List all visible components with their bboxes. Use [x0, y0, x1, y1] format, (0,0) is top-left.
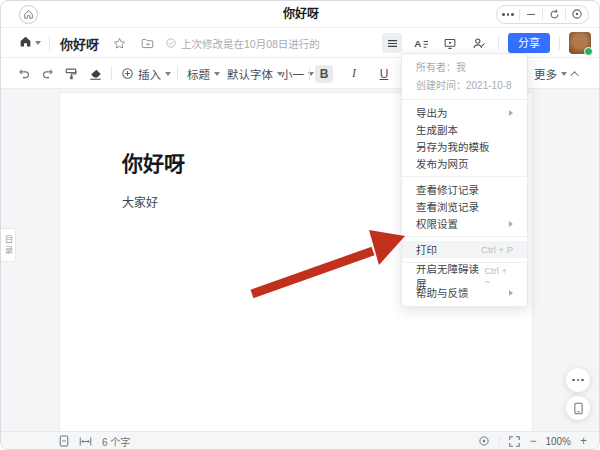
- menu-item-help-feedback[interactable]: 帮助与反馈: [402, 284, 527, 301]
- phone-icon: [573, 402, 584, 415]
- undo-button[interactable]: [17, 58, 31, 89]
- zoom-level[interactable]: 100%: [545, 436, 571, 447]
- avatar[interactable]: [569, 32, 591, 54]
- menu-item-make-copy[interactable]: 生成副本: [402, 121, 527, 138]
- underline-label: U: [375, 65, 393, 83]
- menu-item-label: 发布为网页: [416, 156, 469, 171]
- folder-move-icon: [141, 37, 154, 50]
- menu-item-view-history[interactable]: 查看浏览记录: [402, 198, 527, 215]
- home-solid-icon: [19, 34, 32, 52]
- font-label: 默认字体: [227, 66, 273, 82]
- floating-more-button[interactable]: [566, 368, 590, 392]
- locate-button[interactable]: [478, 435, 490, 447]
- menu-item-label: 查看浏览记录: [416, 199, 479, 214]
- menu-item-print[interactable]: 打印 Ctrl + P: [402, 241, 527, 258]
- menu-item-save-as-template[interactable]: 另存为我的模板: [402, 138, 527, 155]
- submenu-arrow-icon: [509, 221, 513, 227]
- fullscreen-button[interactable]: [509, 436, 520, 447]
- menu-divider: [402, 99, 527, 100]
- divider: [499, 436, 500, 446]
- zoom-out-button[interactable]: −: [529, 434, 536, 448]
- menu-item-revision-history[interactable]: 查看修订记录: [402, 181, 527, 198]
- clear-format-button[interactable]: [88, 58, 103, 89]
- titlebar: 你好呀: [1, 1, 600, 28]
- submenu-arrow-icon: [509, 290, 513, 296]
- heading-label: 标题: [187, 66, 210, 82]
- insert-button[interactable]: 插入: [121, 58, 171, 89]
- window-minimize-button[interactable]: [520, 5, 542, 24]
- fit-width-button[interactable]: [79, 436, 92, 447]
- italic-button[interactable]: I: [345, 58, 363, 89]
- menu-owner: 所有者：我: [402, 59, 527, 77]
- divider: [111, 66, 112, 80]
- undo-icon: [17, 67, 31, 80]
- window-controls: [496, 5, 589, 24]
- star-icon: [114, 38, 124, 48]
- menu-item-label: 导出为: [416, 105, 448, 120]
- divider: [309, 66, 310, 80]
- wechat-badge-icon: [584, 47, 593, 56]
- person-edit-icon: [472, 37, 486, 50]
- insert-label: 插入: [138, 66, 161, 82]
- more-tools-button[interactable]: 更多: [534, 58, 567, 89]
- window-refresh-button[interactable]: [543, 5, 565, 24]
- target-icon: [571, 6, 583, 24]
- collaborate-button[interactable]: [469, 33, 489, 53]
- shortcut-label: Ctrl + P: [481, 244, 513, 255]
- format-painter-button[interactable]: [64, 58, 78, 89]
- window-target-button[interactable]: [566, 5, 588, 24]
- redo-button[interactable]: [41, 58, 55, 89]
- check-circle-icon: [165, 37, 177, 49]
- bold-button[interactable]: B: [315, 58, 333, 89]
- share-button[interactable]: 分享: [508, 33, 550, 53]
- menu-divider: [402, 176, 527, 177]
- redo-icon: [41, 67, 55, 80]
- menu-item-permissions[interactable]: 权限设置: [402, 215, 527, 232]
- divider: [49, 36, 50, 50]
- underline-button[interactable]: U: [375, 58, 393, 89]
- toc-label: 目录: [2, 235, 14, 256]
- menu-item-label: 查看修订记录: [416, 182, 479, 197]
- bold-label: B: [315, 65, 333, 83]
- menu-item-screen-reader[interactable]: 开启无障碍读屏 Ctrl + ~: [402, 267, 527, 284]
- app-window: 你好呀: [0, 0, 600, 450]
- word-count: 6 个字: [102, 434, 130, 449]
- chevron-down-icon: [35, 41, 41, 45]
- star-button[interactable]: [109, 33, 129, 53]
- page-icon: [59, 435, 69, 447]
- menu-item-label: 打印: [416, 242, 437, 257]
- present-button[interactable]: [440, 33, 460, 53]
- outline-view-button[interactable]: A: [411, 33, 431, 53]
- minimize-icon: [527, 14, 535, 16]
- expand-icon: [509, 436, 520, 447]
- monitor-icon: [443, 37, 457, 50]
- toc-tab[interactable]: 目录: [1, 228, 16, 262]
- mobile-view-button[interactable]: [566, 396, 590, 420]
- collapse-toolbar-button[interactable]: [573, 58, 579, 89]
- submenu-arrow-icon: [509, 110, 513, 116]
- divider: [498, 36, 499, 50]
- heading-select[interactable]: 标题: [187, 58, 220, 89]
- more-icon: [502, 13, 514, 16]
- page-view-button[interactable]: [59, 435, 69, 447]
- zoom-in-button[interactable]: +: [580, 434, 587, 448]
- menu-item-label: 另存为我的模板: [416, 139, 490, 154]
- last-modified-text: 上次修改是在10月08日进行的: [181, 36, 320, 51]
- chevron-up-icon: [570, 71, 578, 79]
- more-label: 更多: [534, 66, 557, 82]
- menu-item-export[interactable]: 导出为: [402, 104, 527, 121]
- italic-label: I: [345, 65, 363, 83]
- hamburger-icon: [386, 37, 399, 50]
- font-select[interactable]: 默认字体: [227, 58, 283, 89]
- file-menu-button[interactable]: [382, 33, 402, 53]
- save-status: 上次修改是在10月08日进行的: [165, 36, 320, 51]
- svg-text:A: A: [414, 38, 421, 49]
- move-to-folder-button[interactable]: [137, 33, 157, 53]
- menu-item-label: 帮助与反馈: [416, 285, 469, 300]
- divider: [559, 36, 560, 50]
- menu-item-publish-webpage[interactable]: 发布为网页: [402, 155, 527, 172]
- home-menu-button[interactable]: [19, 33, 41, 53]
- doc-title: 你好呀: [60, 34, 99, 53]
- window-more-button[interactable]: [497, 5, 519, 24]
- format-painter-icon: [64, 67, 78, 81]
